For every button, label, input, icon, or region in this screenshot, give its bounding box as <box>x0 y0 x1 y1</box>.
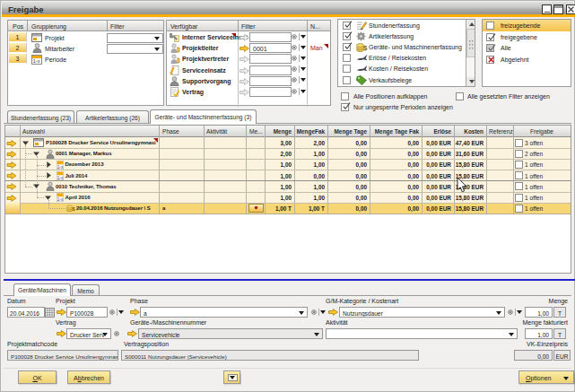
svg-text:$: $ <box>363 44 368 52</box>
svg-text:1-x: 1-x <box>33 58 40 64</box>
svg-text:1-x: 1-x <box>57 175 64 179</box>
svg-text:1-x: 1-x <box>57 164 64 169</box>
svg-text:1-x: 1-x <box>57 197 64 202</box>
svg-text:$: $ <box>72 205 75 212</box>
